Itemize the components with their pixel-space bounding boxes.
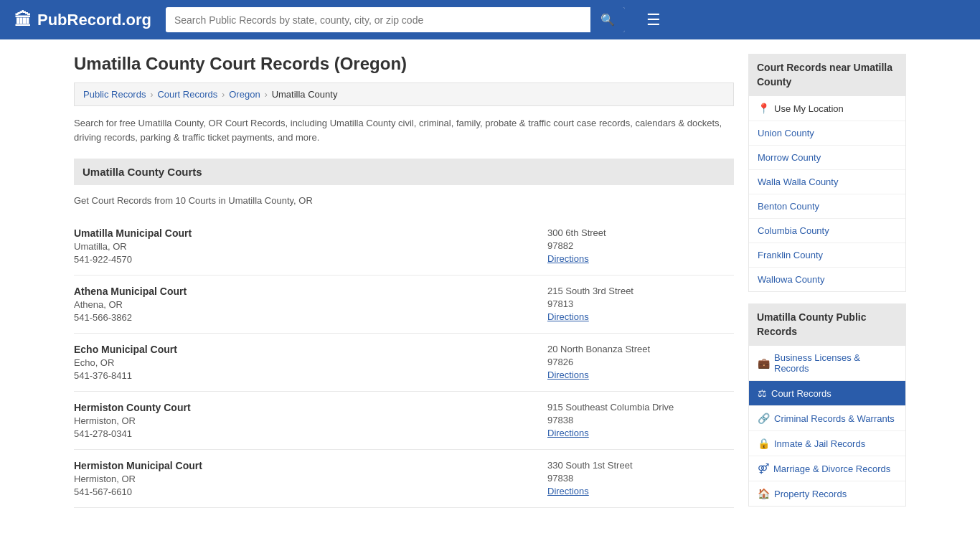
court-entry: Hermiston Municipal Court Hermiston, OR … bbox=[74, 450, 734, 508]
use-location-label: Use My Location bbox=[774, 103, 844, 114]
public-record-item[interactable]: ⚖Court Records bbox=[749, 381, 905, 406]
nearby-county-label: Union County bbox=[758, 128, 814, 138]
nearby-county-label: Franklin County bbox=[758, 250, 823, 260]
record-type-label: Property Records bbox=[774, 489, 847, 499]
nearby-county-item[interactable]: Walla Walla County bbox=[749, 170, 905, 194]
court-phone: 541-376-8411 bbox=[74, 370, 533, 381]
nearby-county-item[interactable]: Franklin County bbox=[749, 243, 905, 268]
court-street: 330 South 1st Street bbox=[547, 460, 734, 471]
court-city: Hermiston, OR bbox=[74, 415, 533, 426]
nearby-county-label: Benton County bbox=[758, 201, 819, 212]
court-zip: 97813 bbox=[547, 298, 734, 309]
nearby-list: 📍Use My LocationUnion CountyMorrow Count… bbox=[748, 96, 906, 292]
record-type-icon: 💼 bbox=[758, 357, 770, 369]
court-name: Umatilla Municipal Court bbox=[74, 227, 533, 239]
logo-text: PubRecord.org bbox=[37, 11, 151, 29]
record-type-label: Marriage & Divorce Records bbox=[773, 463, 890, 474]
public-records-list: 💼Business Licenses & Records⚖Court Recor… bbox=[748, 346, 906, 507]
directions-link[interactable]: Directions bbox=[547, 311, 589, 322]
breadcrumb-current: Umatilla County bbox=[272, 89, 338, 100]
court-street: 300 6th Street bbox=[547, 227, 734, 238]
court-name: Echo Municipal Court bbox=[74, 344, 533, 355]
nearby-county-label: Walla Walla County bbox=[758, 176, 838, 187]
record-type-label: Court Records bbox=[771, 388, 831, 399]
section-title: Umatilla County Courts bbox=[83, 166, 202, 178]
court-info: Umatilla Municipal Court Umatilla, OR 54… bbox=[74, 227, 533, 265]
public-records-section-title: Umatilla County Public Records bbox=[748, 303, 906, 346]
search-bar: 🔍 bbox=[166, 7, 625, 32]
court-zip: 97826 bbox=[547, 357, 734, 367]
public-record-item[interactable]: ⚤Marriage & Divorce Records bbox=[749, 456, 905, 481]
nearby-county-item[interactable]: Wallowa County bbox=[749, 268, 905, 291]
court-name: Athena Municipal Court bbox=[74, 286, 533, 297]
court-info: Echo Municipal Court Echo, OR 541-376-84… bbox=[74, 344, 533, 381]
court-city: Echo, OR bbox=[74, 357, 533, 368]
record-type-icon: ⚖ bbox=[758, 387, 767, 399]
court-name: Hermiston Municipal Court bbox=[74, 460, 533, 471]
directions-link[interactable]: Directions bbox=[547, 486, 589, 496]
nearby-county-item[interactable]: Morrow County bbox=[749, 146, 905, 170]
section-subtitle: Get Court Records from 10 Courts in Umat… bbox=[74, 195, 734, 206]
public-record-item[interactable]: 🏠Property Records bbox=[749, 481, 905, 506]
public-record-item[interactable]: 🔗Criminal Records & Warrants bbox=[749, 406, 905, 431]
public-record-item[interactable]: 🔒Inmate & Jail Records bbox=[749, 431, 905, 456]
court-street: 915 Southeast Columbia Drive bbox=[547, 402, 734, 413]
record-type-label: Criminal Records & Warrants bbox=[774, 413, 895, 424]
court-info: Hermiston Municipal Court Hermiston, OR … bbox=[74, 460, 533, 497]
court-entry: Athena Municipal Court Athena, OR 541-56… bbox=[74, 276, 734, 334]
nearby-county-item[interactable]: Columbia County bbox=[749, 219, 905, 243]
main-container: Umatilla County Court Records (Oregon) P… bbox=[60, 39, 920, 532]
directions-link[interactable]: Directions bbox=[547, 428, 589, 438]
content-area: Umatilla County Court Records (Oregon) P… bbox=[74, 54, 734, 518]
logo-icon: 🏛 bbox=[14, 10, 32, 30]
court-street: 215 South 3rd Street bbox=[547, 286, 734, 296]
court-address: 330 South 1st Street 97838 Directions bbox=[547, 460, 734, 497]
court-entry: Echo Municipal Court Echo, OR 541-376-84… bbox=[74, 334, 734, 392]
courts-list: Umatilla Municipal Court Umatilla, OR 54… bbox=[74, 217, 734, 508]
court-zip: 97838 bbox=[547, 473, 734, 484]
breadcrumb-oregon[interactable]: Oregon bbox=[229, 89, 260, 100]
site-header: 🏛 PubRecord.org 🔍 ☰ bbox=[0, 0, 980, 39]
site-logo[interactable]: 🏛 PubRecord.org bbox=[14, 10, 151, 30]
record-type-icon: 🔒 bbox=[758, 438, 770, 449]
nearby-county-item[interactable]: Benton County bbox=[749, 194, 905, 219]
search-input[interactable] bbox=[166, 9, 590, 32]
nearby-county-item[interactable]: Union County bbox=[749, 121, 905, 146]
court-phone: 541-278-0341 bbox=[74, 428, 533, 439]
court-info: Athena Municipal Court Athena, OR 541-56… bbox=[74, 286, 533, 323]
record-type-label: Inmate & Jail Records bbox=[774, 438, 865, 449]
court-zip: 97838 bbox=[547, 415, 734, 425]
court-phone: 541-566-3862 bbox=[74, 312, 533, 323]
use-location-item[interactable]: 📍Use My Location bbox=[749, 96, 905, 121]
breadcrumb-court-records[interactable]: Court Records bbox=[157, 89, 217, 100]
directions-link[interactable]: Directions bbox=[547, 369, 589, 380]
sidebar: Court Records near Umatilla County 📍Use … bbox=[748, 54, 906, 518]
public-record-item[interactable]: 💼Business Licenses & Records bbox=[749, 346, 905, 381]
court-address: 300 6th Street 97882 Directions bbox=[547, 227, 734, 265]
nearby-county-label: Morrow County bbox=[758, 152, 821, 163]
nearby-county-label: Wallowa County bbox=[758, 274, 824, 285]
page-description: Search for free Umatilla County, OR Cour… bbox=[74, 116, 734, 144]
page-title: Umatilla County Court Records (Oregon) bbox=[74, 54, 734, 74]
court-entry: Umatilla Municipal Court Umatilla, OR 54… bbox=[74, 217, 734, 276]
breadcrumb-sep-3: › bbox=[265, 90, 268, 100]
court-entry: Hermiston County Court Hermiston, OR 541… bbox=[74, 392, 734, 450]
court-address: 20 North Bonanza Street 97826 Directions bbox=[547, 344, 734, 381]
court-phone: 541-922-4570 bbox=[74, 254, 533, 265]
court-city: Athena, OR bbox=[74, 299, 533, 310]
court-street: 20 North Bonanza Street bbox=[547, 344, 734, 354]
breadcrumb-sep-2: › bbox=[222, 90, 225, 100]
breadcrumb-sep-1: › bbox=[150, 90, 153, 100]
record-type-label: Business Licenses & Records bbox=[774, 352, 897, 374]
record-type-icon: 🏠 bbox=[758, 488, 770, 499]
court-phone: 541-567-6610 bbox=[74, 486, 533, 497]
breadcrumb-public-records[interactable]: Public Records bbox=[83, 89, 146, 100]
nearby-section-title: Court Records near Umatilla County bbox=[748, 54, 906, 96]
directions-link[interactable]: Directions bbox=[547, 253, 589, 264]
court-city: Umatilla, OR bbox=[74, 241, 533, 252]
menu-icon[interactable]: ☰ bbox=[646, 11, 661, 29]
search-button[interactable]: 🔍 bbox=[590, 7, 625, 32]
court-zip: 97882 bbox=[547, 240, 734, 251]
court-info: Hermiston County Court Hermiston, OR 541… bbox=[74, 402, 533, 439]
record-type-icon: ⚤ bbox=[758, 463, 769, 474]
